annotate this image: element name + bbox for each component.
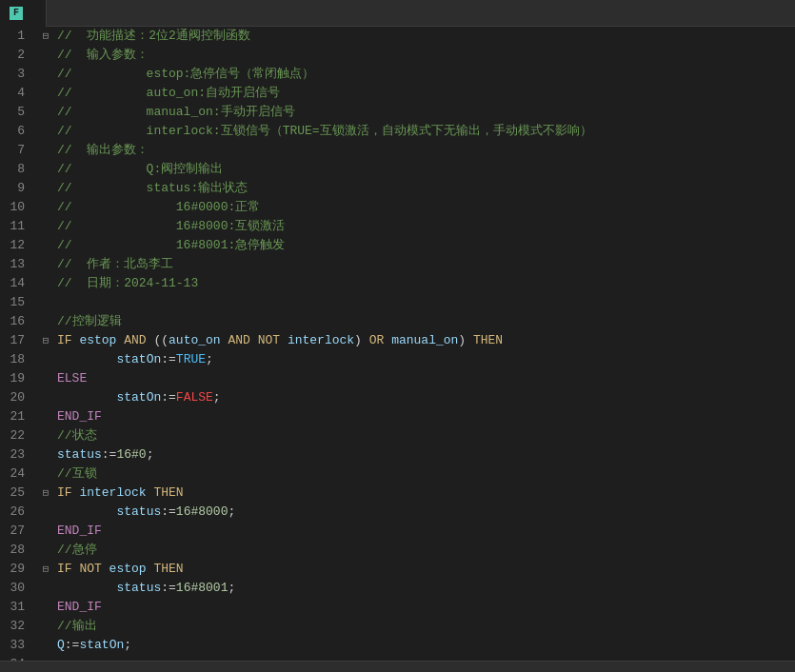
fold-marker[interactable]: ⊟: [38, 484, 53, 503]
code-line: //互锁: [57, 464, 795, 484]
code-line: // 输入参数：: [57, 46, 795, 65]
fold-marker: [38, 312, 53, 331]
fold-marker: [38, 407, 53, 426]
line-number: 25: [0, 484, 30, 503]
fold-marker: [38, 598, 53, 617]
fold-marker: [38, 179, 53, 198]
code-line: Q:=statOn;: [57, 636, 795, 655]
fold-marker: [38, 445, 53, 464]
fold-marker: [38, 160, 53, 179]
line-number: 33: [0, 636, 30, 655]
line-number: 6: [0, 122, 30, 141]
line-number: 11: [0, 217, 30, 236]
code-line: statOn:=TRUE;: [57, 350, 795, 369]
line-number: 26: [0, 503, 30, 522]
code-line: // status:输出状态: [57, 179, 795, 198]
code-line: // 16#8000:互锁激活: [57, 217, 795, 236]
code-line: END_IF: [57, 598, 795, 617]
line-number: 29: [0, 560, 30, 579]
line-number: 5: [0, 103, 30, 122]
code-line: status:=16#0;: [57, 445, 795, 464]
fold-marker: [38, 350, 53, 369]
horizontal-scrollbar[interactable]: [0, 661, 795, 672]
fold-marker: [38, 46, 53, 65]
line-number: 10: [0, 198, 30, 217]
fold-marker: [38, 541, 53, 560]
code-line: // manual_on:手动开启信号: [57, 103, 795, 122]
code-line: // interlock:互锁信号（TRUE=互锁激活，自动模式下无输出，手动模…: [57, 122, 795, 141]
line-number: 17: [0, 331, 30, 350]
line-number: 27: [0, 522, 30, 541]
line-number: 23: [0, 445, 30, 464]
line-number: 2: [0, 46, 30, 65]
fold-marker: [38, 236, 53, 255]
code-line: // 16#8001:急停触发: [57, 236, 795, 255]
line-number: 15: [0, 293, 30, 312]
code-line: IF interlock THEN: [57, 484, 795, 503]
fold-marker: [38, 255, 53, 274]
line-number: 31: [0, 598, 30, 617]
fold-marker: [38, 464, 53, 484]
code-line: // Q:阀控制输出: [57, 160, 795, 179]
tab-bar: F: [0, 0, 795, 27]
fold-marker: [38, 503, 53, 522]
fold-marker: [38, 141, 53, 160]
fold-marker: [38, 84, 53, 103]
line-number: 32: [0, 617, 30, 636]
line-number: 20: [0, 388, 30, 407]
line-number: 18: [0, 350, 30, 369]
code-line: IF NOT estop THEN: [57, 560, 795, 579]
code-line: status:=16#8001;: [57, 579, 795, 598]
fold-marker: [38, 522, 53, 541]
fold-marker: [38, 274, 53, 293]
editor-container: F 12345678910111213141516171819202122232…: [0, 0, 795, 672]
fold-marker: [38, 369, 53, 388]
code-line: END_IF: [57, 522, 795, 541]
code-line: statOn:=FALSE;: [57, 388, 795, 407]
line-number: 30: [0, 579, 30, 598]
fold-gutter: ⊟⊟⊟⊟: [38, 27, 53, 661]
fold-marker[interactable]: ⊟: [38, 331, 53, 350]
code-line: // 功能描述：2位2通阀控制函数: [57, 27, 795, 46]
fold-marker: [38, 426, 53, 445]
code-line: // auto_on:自动开启信号: [57, 84, 795, 103]
editor-tab[interactable]: F: [0, 0, 47, 27]
line-numbers: 1234567891011121314151617181920212223242…: [0, 27, 38, 661]
code-area: 1234567891011121314151617181920212223242…: [0, 27, 795, 661]
code-line: IF estop AND ((auto_on AND NOT interlock…: [57, 331, 795, 350]
fold-marker: [38, 103, 53, 122]
code-line: // 输出参数：: [57, 141, 795, 160]
fold-marker: [38, 636, 53, 655]
fold-marker: [38, 122, 53, 141]
line-number: 7: [0, 141, 30, 160]
line-number: 28: [0, 541, 30, 560]
line-number: 21: [0, 407, 30, 426]
tab-icon: F: [10, 7, 23, 20]
code-line: ELSE: [57, 369, 795, 388]
code-line: //控制逻辑: [57, 312, 795, 331]
line-number: 8: [0, 160, 30, 179]
fold-marker[interactable]: ⊟: [38, 27, 53, 46]
line-number: 13: [0, 255, 30, 274]
code-line: //输出: [57, 617, 795, 636]
line-number: 24: [0, 464, 30, 484]
code-lines[interactable]: // 功能描述：2位2通阀控制函数// 输入参数：// estop:急停信号（常…: [53, 27, 795, 661]
fold-marker: [38, 217, 53, 236]
fold-marker: [38, 198, 53, 217]
line-number: 16: [0, 312, 30, 331]
line-number: 19: [0, 369, 30, 388]
line-number: 14: [0, 274, 30, 293]
code-line: END_IF: [57, 407, 795, 426]
fold-marker[interactable]: ⊟: [38, 560, 53, 579]
code-line: // 16#0000:正常: [57, 198, 795, 217]
code-line: // 日期：2024-11-13: [57, 274, 795, 293]
line-number: 12: [0, 236, 30, 255]
line-number: 1: [0, 27, 30, 46]
line-number: 22: [0, 426, 30, 445]
line-number: 4: [0, 84, 30, 103]
fold-marker: [38, 579, 53, 598]
code-line: //状态: [57, 426, 795, 445]
code-line: [57, 293, 795, 312]
code-line: // estop:急停信号（常闭触点）: [57, 65, 795, 84]
fold-marker: [38, 617, 53, 636]
